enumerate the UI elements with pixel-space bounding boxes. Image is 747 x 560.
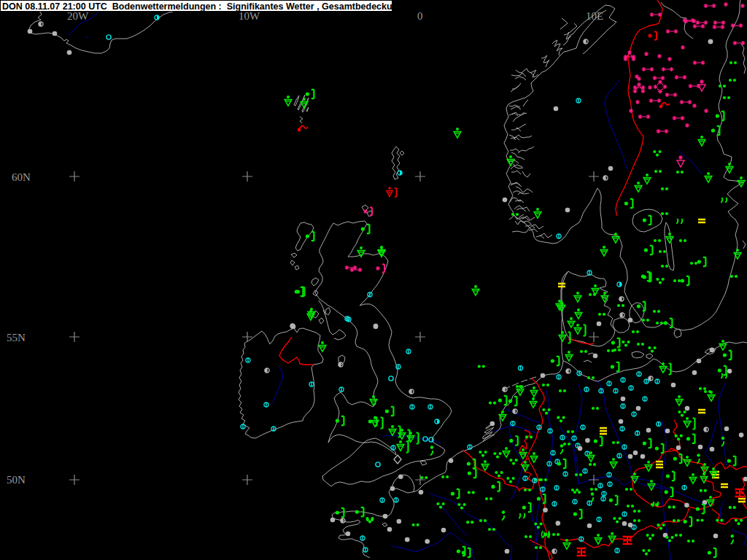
- svg-text:10E: 10E: [586, 10, 603, 22]
- svg-text:0: 0: [417, 10, 423, 22]
- svg-text:DON 08.11.07 21:00 UTC Bodenw: DON 08.11.07 21:00 UTC Bodenwettermeldun…: [2, 1, 403, 12]
- svg-text:10W: 10W: [239, 10, 260, 22]
- svg-text:55N: 55N: [7, 332, 26, 343]
- svg-text:60N: 60N: [12, 171, 31, 183]
- svg-text:20W: 20W: [67, 10, 89, 22]
- svg-text:50N: 50N: [7, 474, 26, 486]
